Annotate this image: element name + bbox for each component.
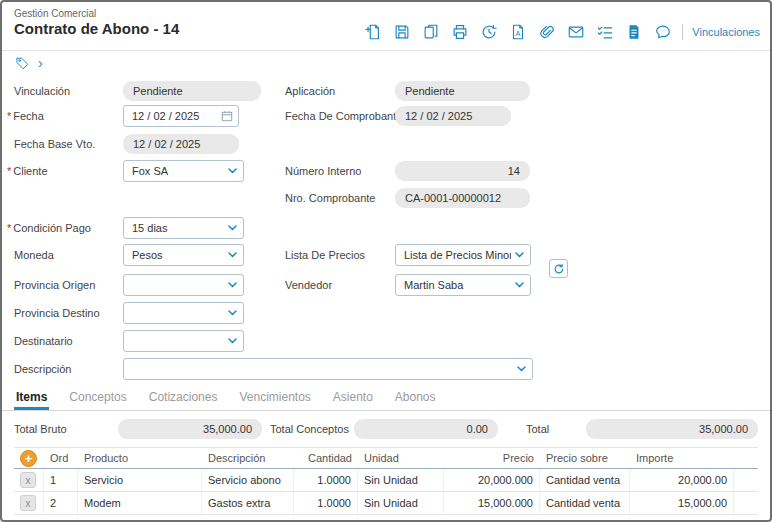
cell-precio-sobre[interactable]: Cantidad venta [540,492,630,514]
provincia-destino-label-text: Provincia Destino [14,307,100,319]
tab-asiento[interactable]: Asiento [331,390,375,410]
nro-comprobante-label-text: Nro. Comprobante [285,192,376,204]
condicion-pago-label-text: Condición Pago [13,222,91,234]
vinculacion-field: Pendiente [123,81,261,101]
cell-unidad[interactable]: Sin Unidad [358,492,444,514]
provincia-destino-label: Provincia Destino [14,303,100,323]
contrato-abono-window: Gestión Comercial Contrato de Abono - 14… [0,0,772,522]
cell-descripcion[interactable]: Gastos extra [202,492,294,514]
print-icon[interactable] [450,22,470,42]
tab-bar: Items Conceptos Cotizaciones Vencimiento… [2,385,770,411]
checklist-icon[interactable] [595,22,615,42]
fecha-comprobante-field: 12 / 02 / 2025 [395,106,511,126]
new-document-icon[interactable] [363,22,383,42]
aplicacion-field: Pendiente [395,81,530,101]
lista-precios-label-text: Lista De Precios [285,249,365,261]
numero-interno-label-text: Número Interno [285,165,361,177]
cell-ord[interactable]: 1 [44,469,78,491]
delete-row-button[interactable]: x [20,495,36,511]
moneda-value: Pesos [132,249,224,261]
condicion-pago-select[interactable]: 15 dias [123,217,244,239]
save-icon[interactable] [392,22,412,42]
cell-cantidad[interactable]: 1.0000 [294,492,358,514]
table-row: x 2 Modem Gastos extra 1.0000 Sin Unidad… [14,492,758,515]
vendedor-value: Martin Saba [404,279,511,291]
fecha-base-vto-field: 12 / 02 / 2025 [123,134,239,154]
provincia-destino-select[interactable] [123,302,244,324]
cell-precio[interactable]: 15,000.000 [444,492,540,514]
col-header-cantidad: Cantidad [294,448,358,468]
tab-cotizaciones[interactable]: Cotizaciones [147,390,220,410]
cell-unidad[interactable]: Sin Unidad [358,469,444,491]
descripcion-select[interactable] [123,358,533,380]
cliente-select[interactable]: Fox SA [123,160,244,182]
expand-chevron-icon[interactable]: › [38,56,43,70]
col-header-importe: Importe [630,448,734,468]
col-header-precio: Precio [444,448,540,468]
attachment-icon[interactable] [537,22,557,42]
cell-ord[interactable]: 2 [44,492,78,514]
comment-icon[interactable] [653,22,673,42]
fecha-input[interactable] [123,105,239,127]
refresh-prices-button[interactable] [549,259,568,278]
total-label: Total [526,423,586,435]
tab-vencimientos[interactable]: Vencimientos [237,390,312,410]
preview-a-icon[interactable]: A [508,22,528,42]
lista-precios-value: Lista de Precios Minoris [404,249,511,261]
delete-row-button[interactable]: x [20,472,36,488]
destinatario-label: Destinatario [14,331,73,351]
fecha-base-vto-label-text: Fecha Base Vto. [14,138,95,150]
chevron-down-icon [228,225,237,231]
required-marker: * [7,110,11,122]
items-grid: + Ord Producto Descripción Cantidad Unid… [14,447,758,515]
email-icon[interactable] [566,22,586,42]
vendedor-select[interactable]: Martin Saba [395,274,531,296]
cell-cantidad[interactable]: 1.0000 [294,469,358,491]
cell-precio-sobre[interactable]: Cantidad venta [540,469,630,491]
copy-icon[interactable] [421,22,441,42]
total-conceptos-label: Total Conceptos [270,423,354,435]
descripcion-label: Descripción [14,359,71,379]
vendedor-label-text: Vendedor [285,279,332,291]
nro-comprobante-label: Nro. Comprobante [285,188,376,208]
col-header-descripcion: Descripción [202,448,294,468]
fecha-comprobante-label-text: Fecha De Comprobante [285,110,402,122]
moneda-label-text: Moneda [14,249,54,261]
page-title: Contrato de Abono - 14 [14,20,179,37]
provincia-origen-label-text: Provincia Origen [14,279,95,291]
fecha-text-input[interactable] [124,109,221,123]
cell-producto[interactable]: Modem [78,492,202,514]
provincia-origen-select[interactable] [123,274,244,296]
tab-abonos[interactable]: Abonos [393,390,438,410]
lista-precios-select[interactable]: Lista de Precios Minoris [395,244,531,266]
history-icon[interactable] [479,22,499,42]
col-header-producto: Producto [78,448,202,468]
cell-precio[interactable]: 20,000.000 [444,469,540,491]
tab-conceptos[interactable]: Conceptos [67,390,128,410]
cell-producto[interactable]: Servicio [78,469,202,491]
report-icon[interactable] [624,22,644,42]
cell-filler [734,492,758,514]
chevron-down-icon [228,310,237,316]
vinculaciones-link[interactable]: Vinculaciones [692,26,760,38]
fecha-label-text: Fecha [13,110,44,122]
condicion-pago-value: 15 dias [132,222,224,234]
numero-interno-field: 14 [395,161,530,181]
lista-precios-label: Lista De Precios [285,245,365,265]
add-row-button[interactable]: + [20,450,37,467]
tag-icon[interactable] [14,55,30,71]
calendar-icon[interactable] [221,110,233,122]
moneda-select[interactable]: Pesos [123,244,244,266]
toolbar: A Vinculaciones [363,8,760,50]
total-bruto-label: Total Bruto [14,423,118,435]
cell-descripcion[interactable]: Servicio abono [202,469,294,491]
titlebar: Gestión Comercial Contrato de Abono - 14… [2,2,770,51]
tab-items[interactable]: Items [14,390,49,410]
vinculacion-label-text: Vinculación [14,85,70,97]
total-field: 35,000.00 [586,419,758,439]
chevron-down-icon [228,168,237,174]
destinatario-select[interactable] [123,330,244,352]
totals-bar: Total Bruto 35,000.00 Total Conceptos 0.… [2,411,770,447]
cell-importe[interactable]: 20,000.00 [630,469,734,491]
cell-importe[interactable]: 15,000.00 [630,492,734,514]
